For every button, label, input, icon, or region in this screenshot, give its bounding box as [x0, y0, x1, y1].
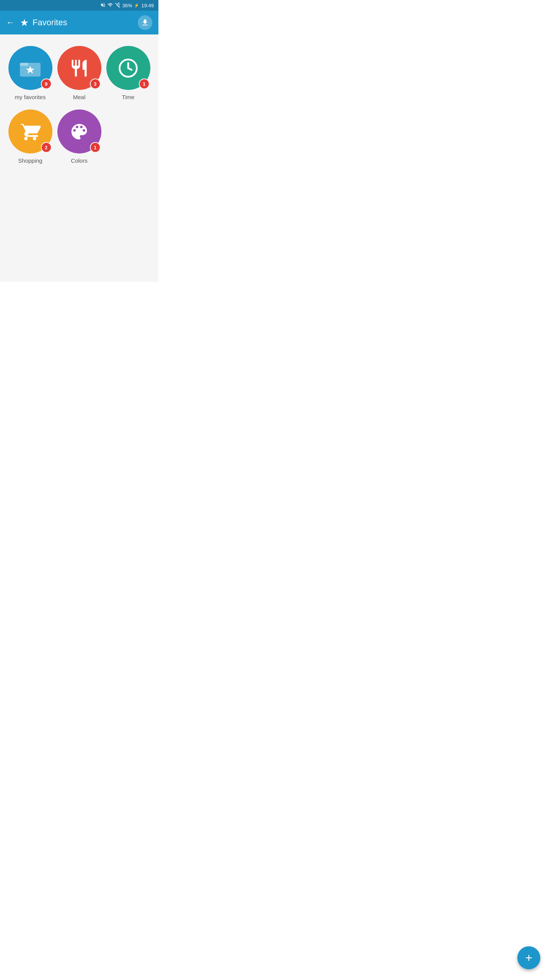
star-icon: ★: [20, 17, 29, 29]
my-favorites-circle-container: 9: [8, 46, 52, 90]
battery-icon: ⚡: [134, 3, 139, 8]
signal-icon: [115, 2, 120, 8]
mute-icon: [100, 2, 106, 8]
my-favorites-label: my favorites: [15, 94, 46, 100]
status-bar: 36% ⚡ 19:49: [0, 0, 158, 11]
app-bar-title-section: ★ Favorites: [20, 17, 67, 29]
folder-star-icon: [19, 59, 41, 77]
cutlery-icon: [69, 58, 89, 78]
app-bar: ← ★ Favorites: [0, 11, 158, 34]
category-meal[interactable]: 3 Meal: [57, 46, 102, 100]
clock-icon: [118, 58, 139, 78]
colors-label: Colors: [71, 157, 87, 164]
category-grid-row1: 9 my favorites 3 Meal: [8, 46, 151, 100]
category-my-favorites[interactable]: 9 my favorites: [8, 46, 53, 100]
colors-badge: 1: [90, 142, 101, 153]
category-grid-row2: 2 Shopping 1 Colors: [8, 109, 151, 164]
category-time[interactable]: 1 Time: [106, 46, 151, 100]
meal-circle-container: 3: [57, 46, 101, 90]
status-icons: 36% ⚡ 19:49: [100, 2, 154, 8]
shopping-badge: 2: [41, 142, 52, 153]
category-shopping[interactable]: 2 Shopping: [8, 109, 53, 164]
colors-circle-container: 1: [57, 109, 101, 154]
main-content: 9 my favorites 3 Meal: [0, 34, 158, 282]
time-label: Time: [122, 94, 135, 100]
svg-rect-1: [20, 63, 28, 66]
my-favorites-badge: 9: [41, 78, 52, 89]
wifi-icon: [108, 2, 113, 8]
cart-icon: [20, 121, 41, 142]
app-bar-left: ← ★ Favorites: [6, 17, 67, 29]
time-circle-container: 1: [106, 46, 150, 90]
shopping-label: Shopping: [18, 157, 42, 164]
meal-label: Meal: [73, 94, 86, 100]
meal-badge: 3: [90, 78, 101, 89]
back-button[interactable]: ←: [6, 18, 15, 28]
shopping-circle-container: 2: [8, 109, 52, 154]
time-badge: 1: [139, 78, 150, 89]
category-colors[interactable]: 1 Colors: [57, 109, 102, 164]
download-icon: [141, 18, 149, 27]
download-button[interactable]: [138, 15, 152, 30]
battery-percent: 36%: [122, 3, 132, 8]
time-display: 19:49: [141, 3, 154, 8]
page-title: Favorites: [33, 18, 67, 28]
palette-icon: [69, 121, 90, 142]
